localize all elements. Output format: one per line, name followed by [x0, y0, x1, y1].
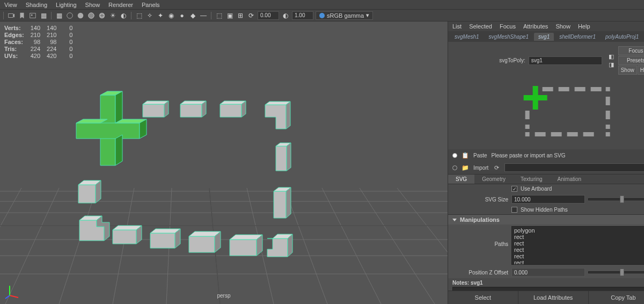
- clipboard-icon[interactable]: 📋: [462, 151, 469, 159]
- svg-marker-47: [276, 146, 287, 171]
- attr-menu-show[interactable]: Show: [555, 23, 570, 30]
- svg-rect-89: [567, 132, 578, 136]
- svg-line-74: [10, 295, 18, 298]
- grid-icon[interactable]: ▦: [55, 11, 63, 20]
- image-plane-icon[interactable]: [28, 11, 37, 20]
- svg-size-slider[interactable]: [588, 198, 644, 200]
- exposure-input[interactable]: [258, 11, 279, 20]
- show-hidden-checkbox[interactable]: [511, 207, 517, 213]
- svg-point-2: [31, 14, 33, 16]
- xray-icon[interactable]: ✧: [145, 11, 154, 20]
- focus-button[interactable]: Focus: [618, 46, 644, 55]
- gamma-icon[interactable]: ⟳: [247, 11, 255, 20]
- safe-action-icon[interactable]: ⊞: [236, 11, 245, 20]
- camera-select-icon[interactable]: [7, 11, 16, 20]
- notes-textarea[interactable]: [452, 287, 644, 291]
- subtab-animation[interactable]: Animation: [550, 175, 589, 184]
- node-tab-svgmeshshape1[interactable]: svgMeshShape1: [485, 33, 533, 41]
- isolate-select-icon[interactable]: ⬚: [135, 11, 143, 20]
- input-connect-icon[interactable]: ◧: [608, 53, 615, 60]
- attr-menu-focus[interactable]: Focus: [500, 23, 516, 30]
- textured-icon[interactable]: [98, 11, 106, 20]
- svg-rect-83: [606, 111, 610, 119]
- svg-rect-78: [559, 87, 569, 91]
- shadows-icon[interactable]: ◐: [119, 11, 128, 20]
- use-artboard-checkbox[interactable]: [511, 186, 517, 192]
- svg-marker-65: [150, 233, 175, 248]
- node-name-input[interactable]: [529, 56, 602, 65]
- svg-size-input[interactable]: [511, 195, 585, 204]
- posz-slider[interactable]: [588, 271, 644, 273]
- paste-radio[interactable]: [452, 153, 457, 158]
- subtab-texturing[interactable]: Texturing: [513, 175, 550, 184]
- attr-menu-help[interactable]: Help: [578, 23, 590, 30]
- svg-marker-49: [287, 143, 291, 171]
- svg-rect-84: [606, 125, 610, 129]
- attr-menubar: List Selected Focus Attributes Show Help: [448, 21, 644, 31]
- list-item[interactable]: rect: [514, 234, 644, 240]
- folder-icon[interactable]: 📁: [462, 164, 469, 171]
- svg-point-3: [67, 12, 73, 18]
- attr-menu-selected[interactable]: Selected: [469, 23, 492, 30]
- import-path-input[interactable]: [504, 163, 644, 172]
- svg-rect-88: [551, 132, 562, 136]
- show-button[interactable]: Show: [618, 66, 637, 75]
- xray-joints-icon[interactable]: ✦: [156, 11, 165, 20]
- node-tab-polyautoproj1[interactable]: polyAutoProj1: [601, 33, 643, 41]
- gamma-input[interactable]: [292, 11, 313, 20]
- motion-blur-icon[interactable]: ◉: [167, 11, 175, 20]
- hide-button[interactable]: Hide: [638, 66, 644, 75]
- node-tab-svgmesh1[interactable]: svgMesh1: [450, 33, 484, 41]
- node-tab-shelldeformer1[interactable]: shellDeformer1: [555, 33, 600, 41]
- attr-menu-attributes[interactable]: Attributes: [523, 23, 548, 30]
- wireframe-shaded-icon[interactable]: [87, 11, 96, 20]
- manipulations-header[interactable]: Manipulations: [448, 215, 644, 225]
- viewport[interactable]: Verts:1401400 Edges:2102100 Faces:98980 …: [0, 21, 448, 304]
- ao-icon[interactable]: ●: [178, 11, 186, 20]
- menu-renderer[interactable]: Renderer: [108, 2, 133, 8]
- list-item[interactable]: rect: [514, 247, 644, 253]
- output-connect-icon[interactable]: ◨: [608, 61, 615, 68]
- colorspace-dropdown[interactable]: sRGB gamma▾: [316, 11, 373, 20]
- contrast-icon[interactable]: ◐: [281, 11, 290, 20]
- svg-rect-92: [606, 132, 610, 136]
- menu-panels[interactable]: Panels: [142, 2, 160, 8]
- node-tab-svg1[interactable]: svg1: [534, 33, 554, 41]
- svg-marker-71: [230, 240, 257, 256]
- dof-icon[interactable]: —: [199, 11, 208, 20]
- import-radio[interactable]: [452, 165, 457, 170]
- subtab-geometry[interactable]: Geometry: [474, 175, 513, 184]
- svg-marker-68: [189, 236, 215, 252]
- load-attributes-button[interactable]: Load Attributes: [518, 291, 589, 304]
- reload-icon[interactable]: ⟳: [493, 164, 500, 171]
- shaded-icon[interactable]: [76, 11, 85, 20]
- menu-view[interactable]: View: [4, 2, 17, 8]
- aa-icon[interactable]: ◆: [188, 11, 197, 20]
- camera-bookmark-icon[interactable]: [18, 11, 26, 20]
- subtab-svg[interactable]: SVG: [448, 175, 474, 184]
- menu-show[interactable]: Show: [85, 2, 100, 8]
- copy-tab-button[interactable]: Copy Tab: [589, 291, 644, 304]
- presets-button[interactable]: Presets: [618, 56, 644, 65]
- list-item[interactable]: rect: [514, 259, 644, 265]
- gate-mask-icon[interactable]: ▣: [225, 11, 234, 20]
- svg-marker-28: [76, 123, 140, 139]
- list-item[interactable]: rect: [514, 253, 644, 259]
- list-item[interactable]: rect: [514, 240, 644, 247]
- wireframe-icon[interactable]: [65, 11, 74, 20]
- svg-thumbnail: [452, 81, 644, 145]
- use-all-lights-icon[interactable]: ☀: [108, 11, 117, 20]
- film-gate-icon[interactable]: ▦: [39, 11, 48, 20]
- svg-marker-33: [140, 119, 147, 139]
- resolution-gate-icon[interactable]: ⬚: [215, 11, 223, 20]
- posz-label: Position Z Offset: [452, 270, 508, 276]
- svg-line-22: [322, 188, 381, 304]
- attr-menu-list[interactable]: List: [452, 23, 462, 30]
- select-button[interactable]: Select: [448, 291, 518, 304]
- svg-marker-58: [96, 180, 101, 203]
- list-item[interactable]: polygon: [514, 227, 644, 234]
- use-artboard-label: Use Artboard: [521, 186, 552, 192]
- menu-shading[interactable]: Shading: [26, 2, 47, 8]
- paths-listbox[interactable]: polygon rect rect rect rect rect rect: [511, 226, 644, 265]
- menu-lighting[interactable]: Lighting: [56, 2, 77, 8]
